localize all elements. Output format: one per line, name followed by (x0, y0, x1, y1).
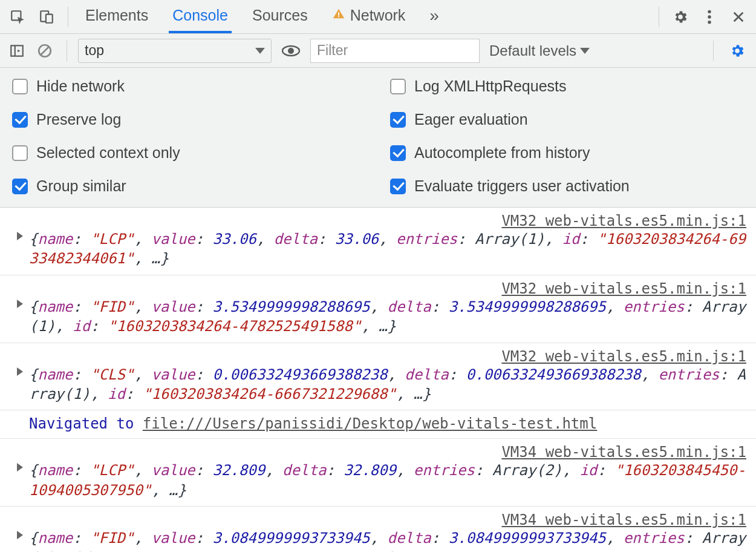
filter-input[interactable] (310, 39, 480, 63)
log-object[interactable]: {name: "FID", value: 3.0849999993733945,… (29, 528, 746, 552)
setting-log-xmlhttprequests[interactable]: Log XMLHttpRequests (390, 77, 744, 95)
console-log-area: VM32 web-vitals.es5.min.js:1{name: "LCP"… (0, 208, 756, 552)
context-selector[interactable]: top (78, 39, 272, 63)
setting-autocomplete-from-history[interactable]: Autocomplete from history (390, 144, 744, 162)
panel-tabs: Elements Console Sources Network » (77, 0, 443, 33)
svg-point-6 (708, 15, 711, 18)
svg-point-7 (708, 20, 711, 23)
kebab-menu-icon[interactable] (697, 4, 722, 30)
navigation-url[interactable]: file:///Users/panissidi/Desktop/web-vita… (143, 415, 597, 432)
checkbox-label: Autocomplete from history (414, 144, 590, 162)
svg-rect-4 (338, 16, 339, 18)
checkbox[interactable] (390, 112, 406, 128)
close-icon[interactable] (726, 4, 751, 30)
checkbox-label: Evaluate triggers user activation (414, 177, 630, 195)
log-object[interactable]: {name: "LCP", value: 32.809, delta: 32.8… (29, 461, 746, 500)
clear-console-icon[interactable] (34, 38, 56, 64)
checkbox-label: Hide network (36, 77, 125, 95)
checkbox[interactable] (390, 79, 406, 94)
navigation-label: Navigated to (29, 415, 143, 432)
expand-arrow-icon[interactable] (17, 300, 23, 308)
svg-point-5 (708, 10, 711, 13)
setting-eager-evaluation[interactable]: Eager evaluation (390, 111, 744, 128)
expand-arrow-icon[interactable] (17, 232, 23, 240)
console-settings-icon[interactable] (725, 38, 750, 64)
setting-hide-network[interactable]: Hide network (12, 77, 366, 95)
separator (67, 41, 67, 61)
chevron-down-icon (255, 48, 265, 54)
context-value: top (85, 42, 104, 59)
checkbox[interactable] (12, 179, 28, 194)
setting-preserve-log[interactable]: Preserve log (12, 111, 366, 128)
tab-network[interactable]: Network (328, 0, 409, 33)
checkbox-label: Selected context only (36, 144, 180, 162)
tab-elements[interactable]: Elements (82, 0, 152, 33)
log-source-link[interactable]: VM32 web-vitals.es5.min.js:1 (29, 348, 746, 365)
expand-arrow-icon[interactable] (17, 463, 23, 472)
tab-sources[interactable]: Sources (249, 0, 311, 33)
log-source-link[interactable]: VM34 web-vitals.es5.min.js:1 (29, 444, 746, 461)
checkbox-label: Preserve log (36, 111, 121, 128)
checkbox[interactable] (390, 145, 406, 161)
checkbox-label: Group similar (36, 177, 126, 195)
levels-label: Default levels (489, 42, 576, 59)
navigation-entry: Navigated to file:///Users/panissidi/Des… (0, 410, 756, 439)
tab-console[interactable]: Console (169, 0, 232, 33)
console-settings-panel: Hide networkLog XMLHttpRequestsPreserve … (0, 68, 756, 208)
tab-network-label: Network (350, 7, 406, 24)
setting-evaluate-triggers-user-activation[interactable]: Evaluate triggers user activation (390, 177, 744, 195)
settings-icon[interactable] (668, 4, 693, 30)
checkbox[interactable] (390, 179, 406, 194)
checkbox[interactable] (12, 112, 28, 128)
separator (68, 7, 68, 27)
log-source-link[interactable]: VM32 web-vitals.es5.min.js:1 (29, 280, 746, 297)
log-object[interactable]: {name: "CLS", value: 0.00633249366938823… (29, 365, 746, 404)
setting-group-similar[interactable]: Group similar (12, 177, 366, 195)
expand-arrow-icon[interactable] (17, 367, 23, 376)
svg-point-13 (288, 48, 294, 54)
svg-rect-8 (11, 45, 23, 56)
console-log-entry: VM34 web-vitals.es5.min.js:1{name: "LCP"… (0, 439, 756, 507)
log-object[interactable]: {name: "FID", value: 3.5349999998288695,… (29, 297, 746, 337)
live-expression-icon[interactable] (278, 38, 304, 64)
device-toolbar-icon[interactable] (34, 4, 59, 30)
warning-icon (332, 7, 345, 24)
svg-rect-3 (338, 12, 339, 16)
svg-rect-2 (46, 14, 53, 22)
devtools-main-toolbar: Elements Console Sources Network » (0, 0, 756, 34)
checkbox[interactable] (12, 79, 28, 94)
log-source-link[interactable]: VM32 web-vitals.es5.min.js:1 (29, 212, 746, 229)
checkbox-label: Eager evaluation (414, 111, 528, 128)
log-object[interactable]: {name: "LCP", value: 33.06, delta: 33.06… (29, 229, 746, 269)
more-tabs-icon[interactable]: » (426, 0, 443, 33)
checkbox[interactable] (12, 145, 28, 161)
separator (659, 7, 659, 27)
setting-selected-context-only[interactable]: Selected context only (12, 144, 366, 162)
console-toolbar: top Default levels (0, 34, 756, 68)
console-log-entry: VM34 web-vitals.es5.min.js:1{name: "FID"… (0, 507, 756, 552)
console-log-entry: VM32 web-vitals.es5.min.js:1{name: "CLS"… (0, 343, 756, 411)
console-log-entry: VM32 web-vitals.es5.min.js:1{name: "FID"… (0, 275, 756, 343)
log-levels-selector[interactable]: Default levels (486, 42, 593, 59)
inspect-element-icon[interactable] (5, 4, 30, 30)
separator (713, 41, 714, 61)
svg-line-11 (41, 47, 49, 54)
chevron-down-icon (580, 48, 590, 54)
expand-arrow-icon[interactable] (17, 531, 23, 539)
log-source-link[interactable]: VM34 web-vitals.es5.min.js:1 (29, 511, 746, 528)
console-log-entry: VM32 web-vitals.es5.min.js:1{name: "LCP"… (0, 208, 756, 275)
sidebar-toggle-icon[interactable] (6, 38, 28, 64)
checkbox-label: Log XMLHttpRequests (414, 77, 567, 95)
